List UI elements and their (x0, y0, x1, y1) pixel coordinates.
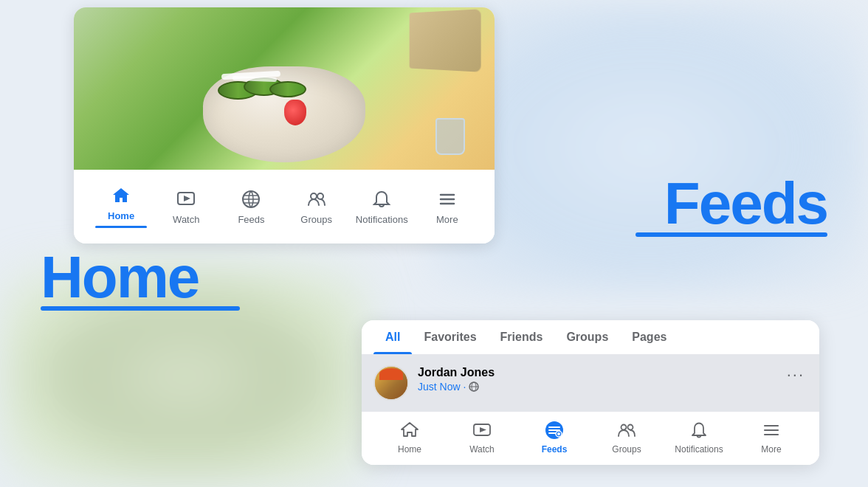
bowl (203, 66, 365, 162)
svg-marker-1 (184, 196, 190, 201)
top-nav-notifications-label: Notifications (356, 214, 408, 225)
bottom-nav-watch-label: Watch (469, 444, 495, 455)
post-time: Just Now · (418, 381, 775, 393)
post-time-dot: · (464, 381, 466, 393)
bottom-feeds-icon (543, 419, 565, 441)
tab-favorites[interactable]: Favorites (412, 320, 488, 354)
more-icon (435, 187, 459, 211)
avatar-hat (379, 368, 403, 380)
home-large-label: Home (41, 244, 199, 311)
svg-point-6 (311, 193, 317, 199)
bottom-notifications-icon (688, 419, 710, 441)
tab-groups[interactable]: Groups (554, 320, 620, 354)
feeds-large-label: Feeds (664, 170, 827, 238)
tab-all[interactable]: All (373, 320, 412, 354)
groups-icon (305, 187, 328, 211)
globe-icon (469, 381, 479, 392)
post-author-name: Jordan Jones (418, 365, 775, 379)
bottom-nav-groups[interactable]: Groups (597, 419, 656, 455)
bottom-nav-more-label: More (761, 444, 781, 455)
svg-marker-15 (480, 427, 486, 432)
svg-point-22 (621, 425, 627, 430)
watch-icon (174, 187, 198, 211)
top-navigation-bar: Home Watch (74, 170, 495, 244)
bottom-nav-watch[interactable]: Watch (452, 419, 512, 455)
top-nav-home-label: Home (108, 210, 134, 221)
top-nav-card: Home Watch (74, 7, 495, 244)
bottom-more-icon (760, 419, 782, 441)
bottom-home-icon (399, 419, 421, 441)
top-nav-more-label: More (436, 214, 458, 225)
top-nav-feeds[interactable]: Feeds (225, 187, 277, 225)
top-nav-watch-label: Watch (173, 214, 199, 225)
strawberry-decoration (284, 100, 306, 125)
bottom-nav-notifications-label: Notifications (675, 444, 723, 455)
avatar (373, 365, 409, 401)
tab-friends[interactable]: Friends (489, 320, 555, 354)
post-preview: Jordan Jones Just Now · ··· (362, 355, 819, 411)
top-nav-groups-label: Groups (300, 214, 332, 225)
feeds-card: All Favorites Friends Groups Pages Jorda… (362, 320, 819, 465)
top-nav-groups[interactable]: Groups (291, 187, 342, 225)
bottom-nav-home[interactable]: Home (380, 419, 439, 455)
bottom-nav-more[interactable]: More (742, 419, 801, 455)
top-nav-more[interactable]: More (421, 187, 473, 225)
notifications-icon (370, 187, 393, 211)
tab-pages[interactable]: Pages (620, 320, 678, 354)
bottom-groups-icon (616, 419, 638, 441)
glass-decoration (435, 118, 465, 155)
bottom-nav-notifications[interactable]: Notifications (669, 419, 728, 455)
top-nav-feeds-label: Feeds (238, 214, 264, 225)
post-time-text: Just Now (418, 381, 461, 393)
active-indicator (95, 226, 147, 228)
post-metadata: Jordan Jones Just Now · (418, 365, 775, 393)
avatar-image (375, 367, 407, 399)
svg-point-7 (317, 193, 323, 199)
top-nav-home[interactable]: Home (95, 184, 147, 228)
feeds-underline (636, 232, 827, 237)
bottom-nav-home-label: Home (398, 444, 421, 455)
feeds-icon (239, 187, 263, 211)
book-decoration (410, 9, 481, 72)
home-icon (109, 184, 133, 207)
home-underline (41, 306, 240, 311)
bottom-nav-groups-label: Groups (612, 444, 641, 455)
bottom-nav-feeds[interactable]: Feeds (525, 419, 584, 455)
feeds-tab-bar: All Favorites Friends Groups Pages (362, 320, 819, 355)
bottom-nav-feeds-label: Feeds (542, 444, 568, 455)
post-more-button[interactable]: ··· (784, 365, 807, 384)
top-nav-notifications[interactable]: Notifications (356, 187, 408, 225)
bottom-navigation-bar: Home Watch (362, 411, 819, 465)
svg-point-21 (557, 432, 560, 435)
top-nav-watch[interactable]: Watch (160, 187, 212, 225)
svg-point-23 (628, 425, 633, 430)
food-image (74, 7, 495, 170)
bottom-watch-icon (471, 419, 493, 441)
